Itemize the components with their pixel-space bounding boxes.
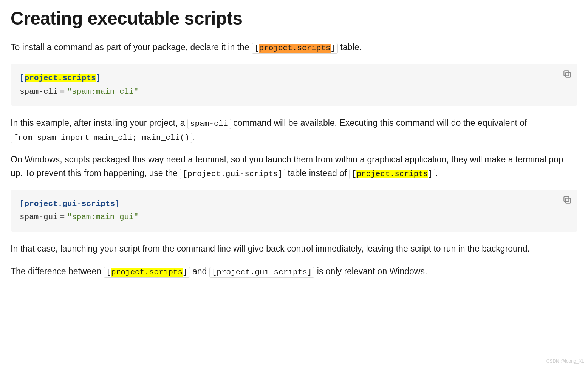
- code-project-scripts: [project.scripts]: [349, 169, 435, 179]
- toml-section: [project.scripts]: [20, 74, 101, 82]
- highlight-yellow: project.scripts: [111, 268, 183, 277]
- highlight-yellow: project.scripts: [356, 170, 428, 178]
- paragraph: In this example, after installing your p…: [11, 116, 577, 144]
- svg-rect-0: [566, 73, 571, 77]
- text: is only relevant on Windows.: [317, 266, 427, 276]
- code-line: spam-cli="spam:main_cli": [20, 85, 568, 99]
- toml-section: [project.gui-scripts]: [20, 199, 120, 208]
- toml-op: =: [58, 87, 67, 96]
- text: .: [192, 132, 194, 142]
- toml-value: "spam:main_cli": [67, 87, 138, 96]
- text: table instead of: [288, 168, 349, 178]
- text: table.: [340, 42, 362, 52]
- page-title: Creating executable scripts: [11, 5, 577, 32]
- paragraph: On Windows, scripts packaged this way ne…: [11, 153, 577, 180]
- code-line: spam-gui="spam:main_gui": [20, 210, 568, 224]
- code-spam-cli: spam-cli: [187, 119, 231, 129]
- code-project-scripts: [project.scripts]: [104, 267, 190, 278]
- bracket: [: [106, 268, 111, 277]
- copy-icon[interactable]: [562, 195, 572, 205]
- text: .: [435, 168, 438, 178]
- text: command will be available. Executing thi…: [233, 118, 527, 128]
- text: and: [192, 266, 209, 276]
- code-gui-scripts: [project.gui-scripts]: [209, 267, 315, 278]
- code-block-scripts: [project.scripts] spam-cli="spam:main_cl…: [11, 64, 577, 106]
- code-project-scripts: [project.scripts]: [252, 43, 338, 54]
- bracket: ]: [183, 268, 187, 277]
- svg-rect-1: [564, 71, 569, 76]
- toml-value: "spam:main_gui": [67, 213, 138, 221]
- toml-key: spam-cli: [20, 87, 58, 96]
- text: In this example, after installing your p…: [11, 118, 187, 128]
- text: On Windows, scripts packaged this way ne…: [11, 155, 563, 178]
- toml-op: =: [58, 213, 67, 221]
- text: The difference between: [11, 266, 104, 276]
- intro-paragraph: To install a command as part of your pac…: [11, 41, 577, 55]
- bracket: ]: [428, 170, 433, 178]
- highlight-yellow: project.scripts: [25, 74, 96, 82]
- code-import: from spam import main_cli; main_cli(): [11, 133, 192, 143]
- highlight-orange: project.scripts: [259, 44, 331, 53]
- paragraph: In that case, launching your script from…: [11, 242, 577, 256]
- text: To install a command as part of your pac…: [11, 42, 252, 52]
- toml-key: spam-gui: [20, 213, 58, 221]
- svg-rect-2: [566, 198, 571, 203]
- svg-rect-3: [564, 196, 569, 201]
- bracket: [: [352, 170, 357, 178]
- copy-icon[interactable]: [562, 69, 572, 79]
- paragraph: The difference between [project.scripts]…: [11, 265, 577, 279]
- code-gui-scripts: [project.gui-scripts]: [180, 169, 285, 179]
- code-block-gui-scripts: [project.gui-scripts] spam-gui="spam:mai…: [11, 190, 577, 232]
- code-line: [project.scripts]: [20, 71, 568, 85]
- code-line: [project.gui-scripts]: [20, 197, 568, 211]
